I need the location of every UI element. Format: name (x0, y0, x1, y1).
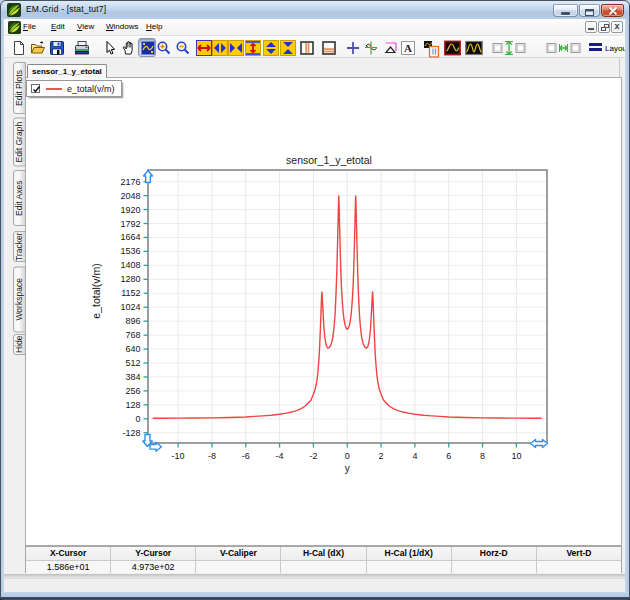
plot-dark-button[interactable] (465, 40, 481, 56)
plot-red-frame-icon (444, 40, 461, 56)
pan-hand-button[interactable] (121, 40, 137, 56)
handle-up-arrow[interactable] (144, 171, 153, 183)
ytick-label: 1408 (120, 260, 140, 270)
cursor-col-header-h-cal-dx-: H-Cal (dX) (281, 547, 366, 560)
axis-drag-handles[interactable] (143, 171, 548, 452)
cursor-col-header-h-cal-1-dx-: H-Cal (1/dX) (367, 547, 452, 560)
window-border-left (0, 19, 4, 592)
menu-file[interactable]: File (23, 22, 36, 31)
layout-bars-icon (589, 43, 602, 52)
ytick-label: -128 (122, 428, 140, 438)
tab-sensor-1-y-etotal[interactable]: sensor_1_y_etotal (27, 64, 107, 78)
ytick-label: 256 (125, 386, 140, 396)
toolbar: A Layout (4, 36, 626, 58)
expand-horizontal-icon (196, 40, 212, 56)
table-rows-icon (321, 40, 337, 56)
split-vertical-icon (263, 40, 279, 56)
print-icon (74, 40, 90, 56)
xtick-label: 8 (480, 451, 485, 461)
cursor-value-7 (537, 561, 621, 573)
mdi-minimize-button[interactable] (585, 21, 597, 33)
ytick-label: 1536 (120, 246, 140, 256)
caliper-icon (383, 40, 399, 56)
new-document-button[interactable] (11, 40, 27, 56)
xtick-label: -6 (242, 451, 250, 461)
print-button[interactable] (74, 40, 90, 56)
ytick-label: 128 (125, 400, 140, 410)
table-columns-icon (299, 40, 315, 56)
menu-windows[interactable]: Windows (106, 22, 138, 31)
merge-vertical-button[interactable] (280, 40, 296, 56)
mdi-restore-button[interactable] (598, 21, 610, 33)
expand-horizontal-button[interactable] (196, 40, 212, 56)
legend-checkbox[interactable] (31, 84, 40, 93)
save-button[interactable] (49, 40, 65, 56)
plot-tool-icon (141, 41, 155, 55)
titlebar[interactable]: EM.Grid - [stat_tut7] (0, 0, 630, 19)
window-maximize-button[interactable] (579, 4, 600, 17)
fit-vertical-button[interactable] (492, 40, 532, 56)
plot-red-frame-button[interactable] (444, 40, 460, 56)
cursor-col-header-v-caliper: V-Caliper (196, 547, 281, 560)
menu-view[interactable]: View (77, 22, 94, 31)
plus-cursor-icon (345, 40, 361, 56)
close-icon (608, 7, 617, 16)
xtick-label: -8 (208, 451, 216, 461)
plus-cursor-button[interactable] (345, 40, 361, 56)
table-columns-button[interactable] (299, 40, 315, 56)
xtick-label: -2 (309, 451, 317, 461)
fit-horizontal-icon (546, 40, 586, 56)
menu-help[interactable]: Help (146, 22, 162, 31)
merge-vertical-icon (280, 40, 296, 56)
zoom-out-button[interactable] (175, 40, 191, 56)
pointer-button[interactable] (102, 40, 118, 56)
document-logo-icon[interactable] (8, 21, 21, 34)
text-label-button[interactable]: A (400, 40, 416, 56)
xtick-label: 4 (412, 451, 417, 461)
plot-dark-icon (465, 40, 483, 56)
mdi-close-icon: x (612, 21, 622, 31)
mdi-close-button[interactable]: x (611, 21, 623, 33)
cursor-col-header-y-cursor: Y-Cursor (111, 547, 196, 560)
split-horizontal-icon (212, 40, 228, 56)
xtick-label: 0 (345, 451, 350, 461)
ytick-label: 896 (125, 316, 140, 326)
caliper-button[interactable] (383, 40, 399, 56)
handle-left-right-arrow[interactable] (531, 440, 548, 448)
split-horizontal-button[interactable] (212, 40, 228, 56)
window-minimize-button[interactable] (553, 4, 578, 17)
cursor-value-6 (452, 561, 537, 573)
window-close-button[interactable] (601, 4, 624, 17)
zoom-in-button[interactable] (156, 40, 172, 56)
legend-box: e_total(v/m) (26, 80, 122, 97)
layout-button[interactable]: Layout (589, 41, 626, 56)
pan-hand-icon (121, 40, 137, 56)
ytick-label: 512 (125, 358, 140, 368)
menubar: FileEditViewWindowsHelp x (4, 19, 626, 36)
ytick-label: 0 (135, 414, 140, 424)
table-rows-button[interactable] (321, 40, 337, 56)
window-border-right (625, 19, 630, 592)
ytick-label: 1280 (120, 274, 140, 284)
merge-horizontal-button[interactable] (228, 40, 244, 56)
cursor-col-header-horz-d: Horz-D (452, 547, 537, 560)
cursor-readout-table: X-CursorY-CursorV-CaliperH-Cal (dX)H-Cal… (25, 546, 622, 573)
cursor-table-header-row: X-CursorY-CursorV-CaliperH-Cal (dX)H-Cal… (26, 547, 621, 560)
copy-plot-button[interactable] (423, 40, 439, 56)
open-folder-button[interactable] (30, 40, 46, 56)
plot-tool-button[interactable] (138, 38, 156, 57)
cursor-value-2: 4.973e+02 (111, 561, 196, 573)
axes-marker-button[interactable] (364, 40, 380, 56)
plot-chart[interactable]: -128012825638451264076889610241152128014… (4, 58, 625, 546)
y-axis-label: e_total(v/m) (90, 263, 102, 318)
ytick-label: 768 (125, 330, 140, 340)
fit-horizontal-button[interactable] (546, 40, 586, 56)
copy-plot-icon (423, 40, 441, 58)
axes-marker-icon (364, 40, 380, 56)
new-document-icon (11, 40, 27, 56)
ytick-label: 1024 (120, 302, 140, 312)
expand-vertical-button[interactable] (245, 40, 261, 56)
split-vertical-button[interactable] (263, 40, 279, 56)
menu-edit[interactable]: Edit (51, 22, 65, 31)
window-title: EM.Grid - [stat_tut7] (26, 4, 106, 14)
